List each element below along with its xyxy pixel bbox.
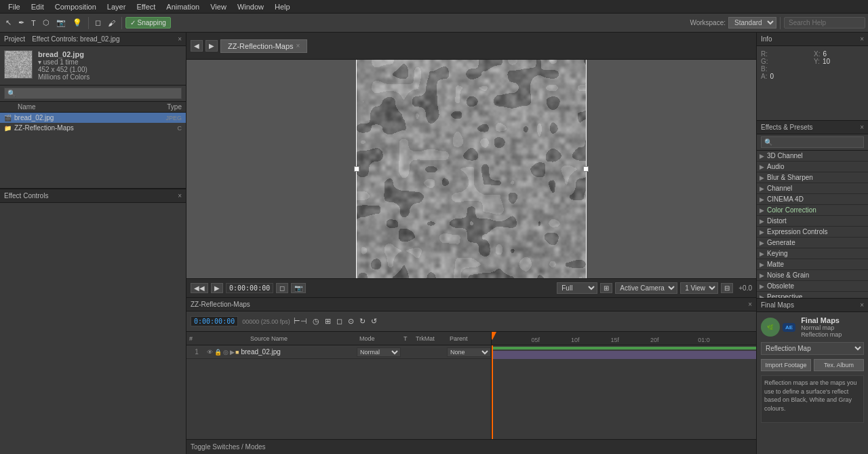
tool-mask[interactable]: ◻ [92,17,104,29]
effect-category-1[interactable]: ▶3D Channel [757,151,868,162]
composition-controls-bar: ◀◀ ▶ 0:00:00:00 ◻ 📷 FullHalfQuarter ⊞ Ac… [186,278,756,297]
view-count-select[interactable]: 1 View [680,282,718,294]
comp-grid-btn[interactable]: ⊞ [600,283,612,293]
menu-view[interactable]: View [205,3,232,11]
project-item-bread[interactable]: 🎬 bread_02.jpg JPEG [0,113,186,123]
playhead[interactable] [492,345,493,439]
timeline-timecode: 0:00:00:00 [191,316,238,326]
menu-edit[interactable]: Edit [26,3,50,11]
effect-category-8[interactable]: ▶Expression Controls [757,227,868,238]
effect-controls-tab[interactable]: Effect Controls: bread_02.jpg [25,35,178,43]
snapping-btn[interactable]: ✓ Snapping [125,17,171,29]
right-section: Info × R: G: B: [756,33,868,454]
timeline-layer-1[interactable]: 1 👁 🔒 ◎ ▶ ■bread_02.jpg Normal [186,345,491,359]
logo-circle: 🌿 [761,318,780,337]
play-back-btn[interactable]: ◀◀ [191,283,208,293]
effect-category-11[interactable]: ▶Matte [757,259,868,270]
project-tab[interactable]: Project [4,35,25,43]
effect-cat-arrow-5: ▶ [760,196,764,203]
effect-category-2[interactable]: ▶Audio [757,162,868,172]
tl-tool-5[interactable]: ⊙ [346,316,356,327]
preview-options-btn[interactable]: ◻ [276,283,288,293]
search-help-input[interactable] [784,17,865,29]
comp-tab-zz[interactable]: ZZ-Reflection-Maps × [220,39,307,53]
tool-shape[interactable]: ⬡ [40,17,52,29]
tool-camera[interactable]: 📷 [54,17,68,29]
layer-lock-1[interactable]: 🔒 [214,349,222,356]
tool-text[interactable]: T [28,18,39,29]
play-btn[interactable]: ▶ [211,283,223,293]
reflection-map-select[interactable]: Reflection Map Normal Map [761,342,864,355]
effect-category-13[interactable]: ▶Obsolete [757,281,868,292]
project-panel-close[interactable]: × [178,35,182,43]
layer-mode-1[interactable]: Normal [357,347,401,357]
tool-arrow[interactable]: ↖ [3,17,14,29]
layer-eye-1[interactable]: 👁 [207,349,213,356]
project-item-zz[interactable]: 📁 ZZ-Reflection-Maps C [0,123,186,133]
effect-controls-close[interactable]: × [178,192,182,200]
comp-tab-close[interactable]: × [296,42,300,50]
effect-category-7[interactable]: ▶Distort [757,216,868,227]
tool-light[interactable]: 💡 [70,17,85,29]
camera-select[interactable]: Active Camera [615,282,677,294]
workspace-select[interactable]: Standard [728,17,776,29]
comp-nav-prev[interactable]: ◀ [191,40,203,52]
effect-category-3[interactable]: ▶Blur & Sharpen [757,172,868,183]
tl-tool-4[interactable]: ◻ [334,316,344,327]
tool-paint[interactable]: 🖌 [105,18,118,29]
project-panel-header: Project Effect Controls: bread_02.jpg × [0,33,186,46]
tl-tool-7[interactable]: ↺ [369,316,379,327]
layer-parent-1[interactable]: None [447,347,491,357]
tl-tool-1[interactable]: ⊢⊣ [292,316,309,327]
layer-solo-1[interactable]: ◎ [223,349,229,356]
effect-category-10[interactable]: ▶Keying [757,248,868,259]
final-maps-header: Final Maps × [757,299,868,312]
tool-pen[interactable]: ✒ [16,17,27,29]
menu-layer[interactable]: Layer [102,3,132,11]
comp-canvas-container [356,60,587,278]
comp-nav-next[interactable]: ▶ [205,40,218,52]
preview-thumbnail [4,50,33,79]
effect-cat-arrow-9: ▶ [760,240,764,246]
effects-panel-header: Effects & Presets × [757,121,868,134]
project-search-input[interactable] [4,88,182,99]
final-maps-close[interactable]: × [860,301,864,309]
import-footage-btn[interactable]: Import Footage [761,359,811,371]
effect-category-12[interactable]: ▶Noise & Grain [757,270,868,281]
info-panel-close[interactable]: × [860,35,864,43]
menu-file[interactable]: File [3,3,26,11]
toggle-switches-btn[interactable]: Toggle Switches / Modes [191,443,266,451]
effects-panel-close[interactable]: × [860,124,864,131]
effect-category-5[interactable]: ▶CINEMA 4D [757,194,868,205]
final-maps-title: Final Maps [761,301,794,309]
effect-category-14[interactable]: ▶Perspective [757,292,868,298]
tl-tool-3[interactable]: ⊞ [323,316,333,327]
composition-canvas-area[interactable] [186,60,756,278]
menu-animation[interactable]: Animation [161,3,205,11]
timeline-panel-close[interactable]: × [748,301,752,308]
col-mode: Mode [357,335,401,342]
menu-help[interactable]: Help [269,3,296,11]
effect-category-9[interactable]: ▶Generate [757,238,868,248]
effect-cat-arrow-12: ▶ [760,272,764,279]
menu-window[interactable]: Window [232,3,269,11]
tl-tool-2[interactable]: ◷ [311,316,321,327]
timeline-ruler[interactable]: 05f 10f 15f 20f 01:0 [492,332,756,345]
ruler-inner: 05f 10f 15f 20f 01:0 [492,332,756,343]
timeline-tracks[interactable] [492,345,756,439]
view-grid-btn[interactable]: ⊟ [721,283,733,293]
snapshot-btn[interactable]: 📷 [291,283,306,293]
left-panel: Project Effect Controls: bread_02.jpg × … [0,33,186,454]
tl-tool-6[interactable]: ↻ [357,316,368,327]
effect-category-6[interactable]: ▶Color Correction [757,205,868,216]
layer-color-1: ■ [235,349,239,356]
col-type: Type [155,103,182,111]
menu-effect[interactable]: Effect [131,3,161,11]
tex-album-btn[interactable]: Tex. Album [814,359,864,371]
effect-category-4[interactable]: ▶Channel [757,183,868,194]
col-t: T [401,335,413,342]
final-maps-logo: 🌿 AE Final Maps Normal map Reflection ma… [761,316,864,338]
effects-search-input[interactable] [761,136,864,148]
menu-composition[interactable]: Composition [50,3,102,11]
view-quality-select[interactable]: FullHalfQuarter [557,282,597,294]
